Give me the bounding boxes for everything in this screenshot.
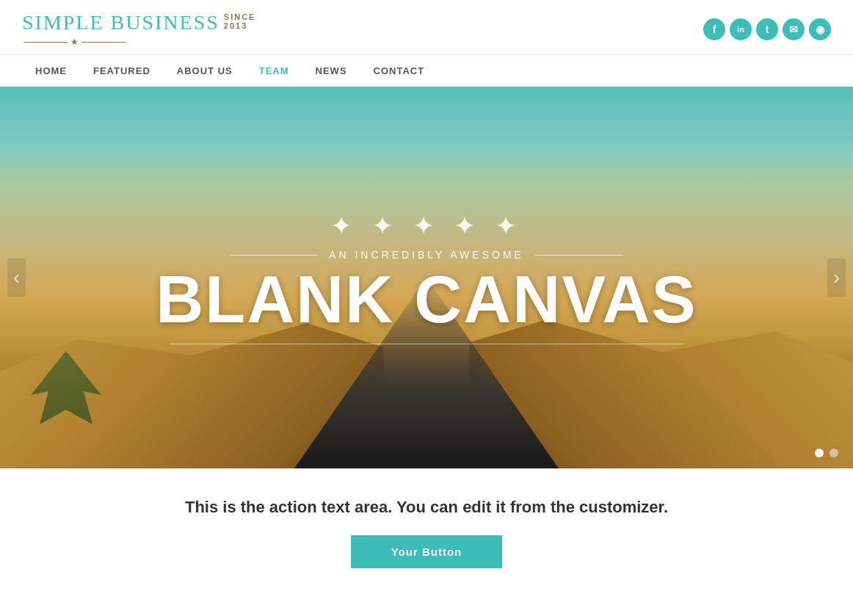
hero-bottom-line	[170, 344, 683, 344]
logo-text: SIMPLE BUSINESS	[22, 11, 219, 35]
logo-since: SINCE 2013	[224, 12, 256, 30]
social-icons: f in t ✉ ◉	[703, 18, 831, 40]
subtitle-line-left	[230, 255, 318, 256]
action-button[interactable]: Your Button	[351, 535, 503, 568]
hero-title: BLANK CANVAS	[156, 267, 697, 333]
linkedin-icon[interactable]: in	[730, 18, 752, 40]
nav-home[interactable]: HOME	[22, 55, 80, 87]
nav-about[interactable]: ABOUT US	[164, 55, 246, 87]
slider-dot-1[interactable]	[815, 449, 824, 457]
nav-news[interactable]: NEWS	[302, 55, 360, 87]
main-nav: HOME FEATURED ABOUT US TEAM NEWS CONTACT	[0, 54, 853, 87]
twitter-icon[interactable]: t	[756, 18, 778, 40]
logo-line-right	[81, 42, 126, 43]
email-icon[interactable]: ✉	[783, 18, 805, 40]
slider-dot-2[interactable]	[830, 449, 838, 457]
slider-dots	[815, 449, 838, 457]
rss-icon[interactable]: ◉	[809, 18, 831, 40]
hero-slider: ✦ ✦ ✦ ✦ ✦ AN INCREDIBLY AWESOME BLANK CA…	[0, 87, 853, 468]
nav-featured[interactable]: FEATURED	[80, 55, 164, 87]
hero-subtitle: AN INCREDIBLY AWESOME	[230, 249, 623, 261]
facebook-icon[interactable]: f	[703, 18, 725, 40]
action-text: This is the action text area. You can ed…	[22, 498, 831, 517]
logo-area: SIMPLE BUSINESS SINCE 2013 ★	[22, 11, 255, 47]
logo-divider: ★	[23, 37, 126, 47]
subtitle-line-right	[535, 255, 623, 256]
logo-line-left	[23, 42, 68, 43]
hero-decoration: ✦ ✦ ✦ ✦ ✦	[330, 211, 523, 242]
logo-title: SIMPLE BUSINESS SINCE 2013	[22, 11, 255, 35]
nav-team[interactable]: TEAM	[246, 55, 302, 87]
site-header: SIMPLE BUSINESS SINCE 2013 ★ f in t ✉ ◉	[0, 0, 853, 54]
nav-contact[interactable]: CONTACT	[360, 55, 438, 87]
hero-content: ✦ ✦ ✦ ✦ ✦ AN INCREDIBLY AWESOME BLANK CA…	[0, 87, 853, 468]
action-area: This is the action text area. You can ed…	[0, 468, 853, 590]
slider-prev-button[interactable]: ‹	[7, 258, 26, 297]
logo-star-icon: ★	[70, 37, 79, 47]
slider-next-button[interactable]: ›	[827, 258, 846, 297]
